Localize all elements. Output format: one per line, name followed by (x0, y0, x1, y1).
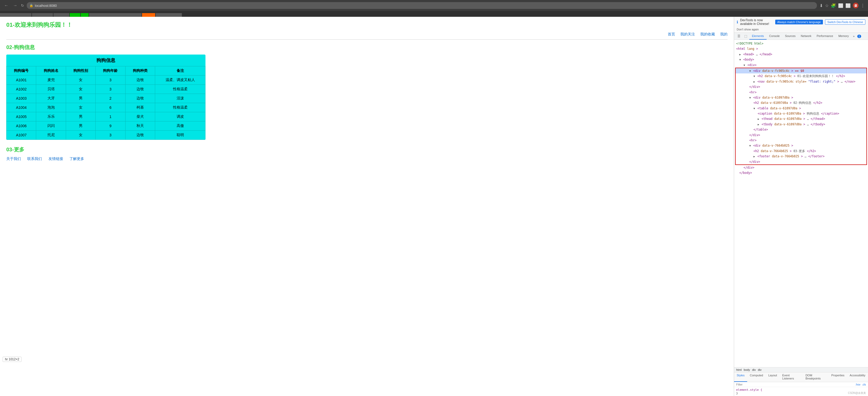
always-match-btn[interactable]: Always match Chrome's language (775, 20, 823, 24)
bookmark-icon[interactable]: ☆ (825, 3, 829, 8)
tab-segment-2 (32, 13, 53, 17)
nav-collect[interactable]: 我的收藏 (700, 32, 715, 36)
footer-contact[interactable]: 联系我们 (27, 157, 42, 161)
table-cell: 3 (96, 131, 125, 140)
dom-line-div-fc905c4c[interactable]: ▼ <div data-v-fc905c4c > == $0 (736, 68, 866, 74)
info-icon: ℹ (737, 20, 738, 24)
dom-line-caption[interactable]: <caption data-v-61097d0a > 狗狗信息 </captio… (736, 111, 866, 116)
dom-line-body[interactable]: ▼ <body> (734, 57, 868, 62)
forward-button[interactable]: → (12, 2, 18, 9)
cls-tag[interactable]: .cls (862, 383, 866, 386)
dom-line-hr2[interactable]: <hr> (736, 138, 866, 143)
table-cell: 男 (66, 94, 95, 103)
table-cell: A1003 (6, 94, 36, 103)
filter-input[interactable] (736, 383, 856, 386)
style-tab-accessibility[interactable]: Accessibility (847, 372, 868, 382)
table-header-row: 狗狗编号 狗狗姓名 狗狗性别 狗狗年龄 狗狗种类 备注 (6, 66, 206, 76)
dom-line-body-close[interactable]: </body> (734, 170, 868, 175)
tab-sources[interactable]: Sources (782, 33, 798, 39)
footer-about[interactable]: 关于我们 (6, 157, 21, 161)
tab-segment-3 (54, 13, 69, 17)
devtools-inspect-icon[interactable]: ⬚ (742, 33, 749, 39)
dom-line-div-close3[interactable]: </div> (736, 159, 866, 164)
table-cell: 男 (66, 112, 95, 121)
table-cell: 托尼 (36, 131, 66, 140)
table-row: A1002贝塔女3边牧性格温柔 (6, 85, 206, 94)
tab-memory[interactable]: Memory (836, 33, 851, 39)
nav-home[interactable]: 首页 (668, 32, 675, 36)
tab-more[interactable]: » (851, 34, 856, 39)
table-cell: 边牧 (125, 131, 155, 140)
table-cell: A1001 (6, 76, 36, 85)
extension-icon[interactable]: 🧩 (831, 3, 836, 8)
main-layout: 01-欢迎来到狗狗乐园！！ 首页 我的关注 我的收藏 我的 02-狗狗信息 狗狗… (0, 17, 868, 396)
style-tab-dom-breakpoints[interactable]: DOM Breakpoints (803, 372, 829, 382)
profile-button[interactable]: 森 (853, 3, 859, 8)
tab-performance[interactable]: Performance (814, 33, 836, 39)
dom-line-thead[interactable]: ▶ <thead data-v-61097d0a > … </thead> (736, 116, 866, 121)
address-bar[interactable]: 🔒 localhost:8080 (27, 2, 817, 9)
dom-line-head[interactable]: ▶ <head> … </head> (734, 52, 868, 57)
dom-line-doctype[interactable]: <!DOCTYPE html> (734, 41, 868, 46)
switch-devtools-btn[interactable]: Switch DevTools to Chinese (825, 20, 865, 25)
dom-line-div-close-outer[interactable]: </div> (734, 165, 868, 170)
hr-tooltip: hr 1012×2 (3, 357, 22, 362)
breadcrumb-body[interactable]: body (744, 368, 750, 371)
dom-line-div-61097d0a[interactable]: ▼ <div data-v-61097d0a > (736, 95, 866, 100)
dog-table: 狗狗信息 狗狗编号 狗狗姓名 狗狗性别 狗狗年龄 狗狗种类 备注 A1001麦兜… (6, 55, 206, 140)
download-icon[interactable]: ⬇ (819, 3, 823, 8)
nav-follow[interactable]: 我的关注 (680, 32, 695, 36)
style-tab-event-listeners[interactable]: Event Listeners (780, 372, 803, 382)
dom-line-h2-02[interactable]: <h2 data-v-61097d0a > 02-狗狗信息 </h2> (736, 100, 866, 106)
style-tab-computed[interactable]: Computed (747, 372, 766, 382)
dom-tree[interactable]: <!DOCTYPE html> <html lang > ▶ <head> … … (734, 40, 868, 367)
dom-line-div-7664b025[interactable]: ▼ <div data-v-7664b025 > (736, 143, 866, 148)
page-title: 01-欢迎来到狗狗乐园！！ (6, 21, 727, 29)
dom-line-nav[interactable]: ▶ <nav data-v-fc905c4c style= "float: ri… (736, 79, 866, 84)
table-cell: 边牧 (125, 94, 155, 103)
footer-friend-link[interactable]: 友情链接 (49, 157, 63, 161)
table-cell: 3 (96, 76, 125, 85)
table-cell: 性格温柔 (155, 103, 206, 112)
style-tab-properties[interactable]: Properties (829, 372, 847, 382)
dom-line-h2-01[interactable]: ▼ <h2 data-v-fc905c4c > 01-欢迎来到狗狗乐园！！ </… (736, 74, 866, 79)
dom-line-h2-03[interactable]: <h2 data-v-7664b025 > 03-更多 </h2> (736, 148, 866, 154)
footer-links: 关于我们 联系我们 友情链接 了解更多 (6, 156, 727, 161)
footer-learn[interactable]: 了解更多 (69, 157, 84, 161)
dom-line-div-close1[interactable]: </div> (736, 84, 866, 89)
dom-selected-block: ▼ <div data-v-fc905c4c > == $0 ▼ <h2 dat… (735, 68, 867, 165)
cast-icon[interactable]: ⬜ (838, 3, 843, 8)
table-cell: 乐乐 (36, 112, 66, 121)
table-body: A1001麦兜女3边牧温柔、调皮又粘人A1002贝塔女3边牧性格温柔A1003大… (6, 76, 206, 140)
tab-elements[interactable]: Elements (749, 33, 767, 39)
th-id: 狗狗编号 (6, 66, 36, 76)
breadcrumb-div2[interactable]: div (758, 368, 762, 371)
tab-console[interactable]: Console (767, 33, 782, 39)
breadcrumb-html[interactable]: html (736, 368, 742, 371)
footer-section: 03-更多 关于我们 联系我们 友情链接 了解更多 (6, 146, 727, 161)
dom-line-div1[interactable]: ▼ <div> (734, 62, 868, 68)
nav-mine[interactable]: 我的 (720, 32, 727, 36)
table-cell: 3 (96, 85, 125, 94)
style-tab-styles[interactable]: Styles (734, 372, 747, 382)
window-icon[interactable]: ⬜ (845, 3, 851, 8)
dom-line-hr1[interactable]: <hr> (736, 90, 866, 95)
hov-tag[interactable]: :hov (856, 383, 860, 386)
menu-icon[interactable]: ⋮ (861, 3, 865, 8)
dom-line-table[interactable]: ▼ <table data-v-61097d0a > (736, 106, 866, 111)
dont-show-btn[interactable]: Don't show again (737, 28, 759, 31)
tab-network[interactable]: Network (798, 33, 814, 39)
devtools-menu-icon[interactable]: ☰ (736, 33, 742, 39)
style-tab-layout[interactable]: Layout (766, 372, 780, 382)
dom-line-table-close[interactable]: </table> (736, 127, 866, 132)
breadcrumb-div1[interactable]: div (752, 368, 756, 371)
dom-line-tbody[interactable]: ▶ <tbody data-v-61097d0a > … </tbody> (736, 122, 866, 127)
dom-line-div-close2[interactable]: </div> (736, 133, 866, 138)
table-row: A1003大牙男2边牧活泼 (6, 94, 206, 103)
dom-line-footer[interactable]: ▶ <footer data-v-7664b025 > … </footer> (736, 154, 866, 159)
back-button[interactable]: ← (3, 2, 9, 9)
table-cell: 聪明 (155, 131, 206, 140)
refresh-button[interactable]: ↻ (21, 3, 24, 8)
table-cell: A1005 (6, 112, 36, 121)
dom-line-html[interactable]: <html lang > (734, 46, 868, 51)
